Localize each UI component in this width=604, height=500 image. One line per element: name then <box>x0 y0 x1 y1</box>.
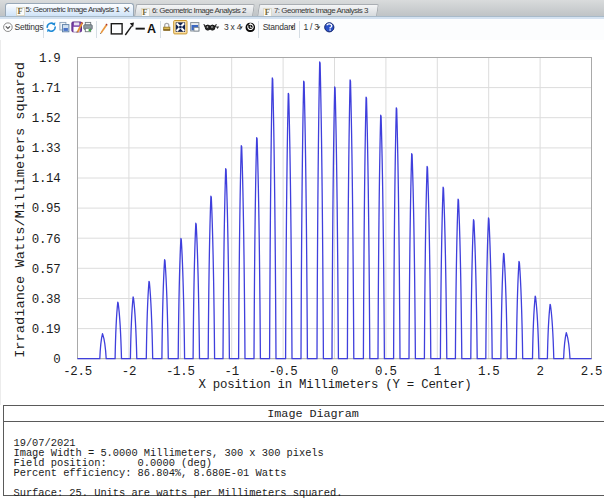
svg-text:0: 0 <box>331 365 338 379</box>
svg-text:1.5: 1.5 <box>478 365 500 379</box>
svg-text:0.95: 0.95 <box>32 202 61 216</box>
svg-text:1: 1 <box>434 365 441 379</box>
svg-text:-1: -1 <box>225 365 239 379</box>
svg-text:-2.5: -2.5 <box>63 365 92 379</box>
svg-text:Irradiance Watts/Millimeters s: Irradiance Watts/Millimeters squared <box>13 62 28 358</box>
svg-text:-0.5: -0.5 <box>269 365 298 379</box>
svg-text:X position in Millimeters (Y =: X position in Millimeters (Y = Center) <box>198 378 471 392</box>
svg-text:-2: -2 <box>122 365 136 379</box>
svg-text:2: 2 <box>537 365 544 379</box>
svg-text:-1.5: -1.5 <box>166 365 195 379</box>
svg-text:A: A <box>147 22 156 36</box>
svg-text:0: 0 <box>53 353 60 367</box>
svg-text:1.9: 1.9 <box>39 52 61 66</box>
svg-text:1.14: 1.14 <box>32 172 61 186</box>
svg-text:1.33: 1.33 <box>32 142 61 156</box>
svg-text:2.5: 2.5 <box>581 365 603 379</box>
svg-text:0.76: 0.76 <box>32 233 61 247</box>
svg-text:1.71: 1.71 <box>32 82 61 96</box>
svg-text:0.57: 0.57 <box>32 263 61 277</box>
svg-text:1.52: 1.52 <box>32 112 61 126</box>
svg-text:0.19: 0.19 <box>32 323 61 337</box>
svg-text:0.38: 0.38 <box>32 293 61 307</box>
svg-text:0.5: 0.5 <box>375 365 397 379</box>
